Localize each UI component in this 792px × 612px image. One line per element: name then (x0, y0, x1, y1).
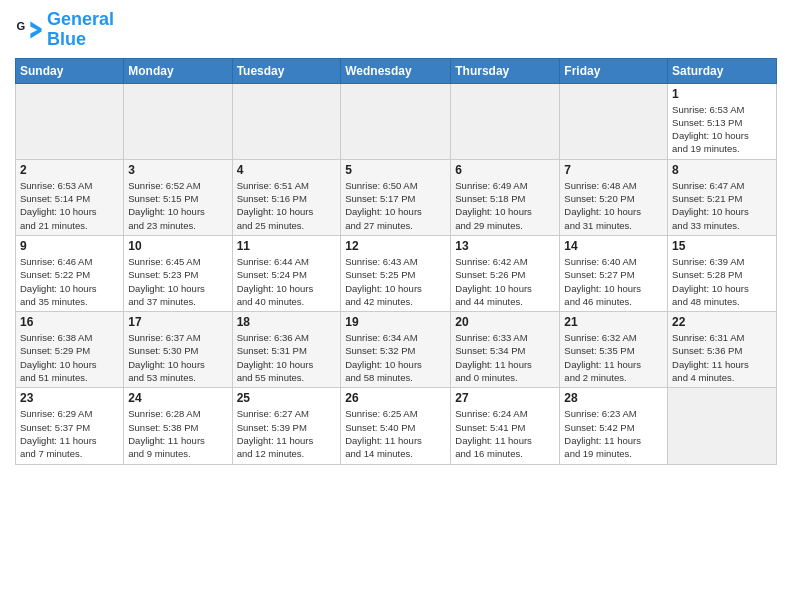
logo: G General Blue (15, 10, 114, 50)
day-number: 18 (237, 315, 337, 329)
day-number: 28 (564, 391, 663, 405)
day-number: 24 (128, 391, 227, 405)
day-info: Sunrise: 6:51 AM Sunset: 5:16 PM Dayligh… (237, 179, 337, 232)
day-number: 14 (564, 239, 663, 253)
calendar: SundayMondayTuesdayWednesdayThursdayFrid… (15, 58, 777, 465)
calendar-cell: 23Sunrise: 6:29 AM Sunset: 5:37 PM Dayli… (16, 388, 124, 464)
calendar-cell: 18Sunrise: 6:36 AM Sunset: 5:31 PM Dayli… (232, 312, 341, 388)
calendar-cell (124, 83, 232, 159)
calendar-cell: 26Sunrise: 6:25 AM Sunset: 5:40 PM Dayli… (341, 388, 451, 464)
day-number: 10 (128, 239, 227, 253)
day-info: Sunrise: 6:39 AM Sunset: 5:28 PM Dayligh… (672, 255, 772, 308)
day-info: Sunrise: 6:45 AM Sunset: 5:23 PM Dayligh… (128, 255, 227, 308)
weekday-wednesday: Wednesday (341, 58, 451, 83)
day-info: Sunrise: 6:37 AM Sunset: 5:30 PM Dayligh… (128, 331, 227, 384)
day-info: Sunrise: 6:48 AM Sunset: 5:20 PM Dayligh… (564, 179, 663, 232)
day-info: Sunrise: 6:29 AM Sunset: 5:37 PM Dayligh… (20, 407, 119, 460)
calendar-cell: 24Sunrise: 6:28 AM Sunset: 5:38 PM Dayli… (124, 388, 232, 464)
calendar-cell (560, 83, 668, 159)
day-number: 26 (345, 391, 446, 405)
day-info: Sunrise: 6:23 AM Sunset: 5:42 PM Dayligh… (564, 407, 663, 460)
weekday-sunday: Sunday (16, 58, 124, 83)
day-info: Sunrise: 6:31 AM Sunset: 5:36 PM Dayligh… (672, 331, 772, 384)
calendar-cell: 8Sunrise: 6:47 AM Sunset: 5:21 PM Daylig… (668, 159, 777, 235)
calendar-cell: 13Sunrise: 6:42 AM Sunset: 5:26 PM Dayli… (451, 235, 560, 311)
week-row-1: 1Sunrise: 6:53 AM Sunset: 5:13 PM Daylig… (16, 83, 777, 159)
svg-text:G: G (16, 20, 25, 32)
day-number: 23 (20, 391, 119, 405)
day-info: Sunrise: 6:53 AM Sunset: 5:14 PM Dayligh… (20, 179, 119, 232)
calendar-cell: 16Sunrise: 6:38 AM Sunset: 5:29 PM Dayli… (16, 312, 124, 388)
day-number: 6 (455, 163, 555, 177)
day-info: Sunrise: 6:49 AM Sunset: 5:18 PM Dayligh… (455, 179, 555, 232)
day-number: 16 (20, 315, 119, 329)
day-number: 7 (564, 163, 663, 177)
day-info: Sunrise: 6:32 AM Sunset: 5:35 PM Dayligh… (564, 331, 663, 384)
day-info: Sunrise: 6:28 AM Sunset: 5:38 PM Dayligh… (128, 407, 227, 460)
day-info: Sunrise: 6:50 AM Sunset: 5:17 PM Dayligh… (345, 179, 446, 232)
svg-marker-1 (30, 21, 41, 38)
calendar-cell: 7Sunrise: 6:48 AM Sunset: 5:20 PM Daylig… (560, 159, 668, 235)
calendar-cell: 14Sunrise: 6:40 AM Sunset: 5:27 PM Dayli… (560, 235, 668, 311)
day-number: 22 (672, 315, 772, 329)
calendar-cell: 10Sunrise: 6:45 AM Sunset: 5:23 PM Dayli… (124, 235, 232, 311)
day-info: Sunrise: 6:43 AM Sunset: 5:25 PM Dayligh… (345, 255, 446, 308)
calendar-cell: 19Sunrise: 6:34 AM Sunset: 5:32 PM Dayli… (341, 312, 451, 388)
header: G General Blue (15, 10, 777, 50)
calendar-cell: 11Sunrise: 6:44 AM Sunset: 5:24 PM Dayli… (232, 235, 341, 311)
weekday-tuesday: Tuesday (232, 58, 341, 83)
calendar-cell: 5Sunrise: 6:50 AM Sunset: 5:17 PM Daylig… (341, 159, 451, 235)
day-number: 15 (672, 239, 772, 253)
weekday-friday: Friday (560, 58, 668, 83)
day-number: 19 (345, 315, 446, 329)
week-row-4: 16Sunrise: 6:38 AM Sunset: 5:29 PM Dayli… (16, 312, 777, 388)
week-row-3: 9Sunrise: 6:46 AM Sunset: 5:22 PM Daylig… (16, 235, 777, 311)
calendar-cell (16, 83, 124, 159)
calendar-cell: 15Sunrise: 6:39 AM Sunset: 5:28 PM Dayli… (668, 235, 777, 311)
calendar-cell: 20Sunrise: 6:33 AM Sunset: 5:34 PM Dayli… (451, 312, 560, 388)
week-row-5: 23Sunrise: 6:29 AM Sunset: 5:37 PM Dayli… (16, 388, 777, 464)
calendar-cell: 17Sunrise: 6:37 AM Sunset: 5:30 PM Dayli… (124, 312, 232, 388)
day-info: Sunrise: 6:34 AM Sunset: 5:32 PM Dayligh… (345, 331, 446, 384)
day-info: Sunrise: 6:52 AM Sunset: 5:15 PM Dayligh… (128, 179, 227, 232)
page: G General Blue SundayMondayTuesdayWednes… (0, 0, 792, 480)
calendar-cell (668, 388, 777, 464)
day-info: Sunrise: 6:27 AM Sunset: 5:39 PM Dayligh… (237, 407, 337, 460)
calendar-cell: 2Sunrise: 6:53 AM Sunset: 5:14 PM Daylig… (16, 159, 124, 235)
day-number: 25 (237, 391, 337, 405)
day-number: 12 (345, 239, 446, 253)
day-number: 1 (672, 87, 772, 101)
day-info: Sunrise: 6:38 AM Sunset: 5:29 PM Dayligh… (20, 331, 119, 384)
calendar-cell: 12Sunrise: 6:43 AM Sunset: 5:25 PM Dayli… (341, 235, 451, 311)
day-info: Sunrise: 6:24 AM Sunset: 5:41 PM Dayligh… (455, 407, 555, 460)
calendar-cell: 27Sunrise: 6:24 AM Sunset: 5:41 PM Dayli… (451, 388, 560, 464)
calendar-cell: 1Sunrise: 6:53 AM Sunset: 5:13 PM Daylig… (668, 83, 777, 159)
calendar-cell: 3Sunrise: 6:52 AM Sunset: 5:15 PM Daylig… (124, 159, 232, 235)
calendar-cell: 28Sunrise: 6:23 AM Sunset: 5:42 PM Dayli… (560, 388, 668, 464)
calendar-cell (232, 83, 341, 159)
day-number: 20 (455, 315, 555, 329)
day-info: Sunrise: 6:44 AM Sunset: 5:24 PM Dayligh… (237, 255, 337, 308)
day-number: 27 (455, 391, 555, 405)
day-number: 17 (128, 315, 227, 329)
calendar-cell: 4Sunrise: 6:51 AM Sunset: 5:16 PM Daylig… (232, 159, 341, 235)
day-info: Sunrise: 6:25 AM Sunset: 5:40 PM Dayligh… (345, 407, 446, 460)
calendar-cell: 9Sunrise: 6:46 AM Sunset: 5:22 PM Daylig… (16, 235, 124, 311)
day-number: 21 (564, 315, 663, 329)
day-info: Sunrise: 6:40 AM Sunset: 5:27 PM Dayligh… (564, 255, 663, 308)
calendar-cell: 6Sunrise: 6:49 AM Sunset: 5:18 PM Daylig… (451, 159, 560, 235)
calendar-cell (341, 83, 451, 159)
weekday-monday: Monday (124, 58, 232, 83)
calendar-cell: 25Sunrise: 6:27 AM Sunset: 5:39 PM Dayli… (232, 388, 341, 464)
day-number: 8 (672, 163, 772, 177)
calendar-cell (451, 83, 560, 159)
day-info: Sunrise: 6:46 AM Sunset: 5:22 PM Dayligh… (20, 255, 119, 308)
day-number: 9 (20, 239, 119, 253)
day-number: 2 (20, 163, 119, 177)
logo-icon: G (15, 16, 43, 44)
calendar-cell: 21Sunrise: 6:32 AM Sunset: 5:35 PM Dayli… (560, 312, 668, 388)
calendar-cell: 22Sunrise: 6:31 AM Sunset: 5:36 PM Dayli… (668, 312, 777, 388)
day-info: Sunrise: 6:53 AM Sunset: 5:13 PM Dayligh… (672, 103, 772, 156)
day-number: 4 (237, 163, 337, 177)
day-number: 3 (128, 163, 227, 177)
